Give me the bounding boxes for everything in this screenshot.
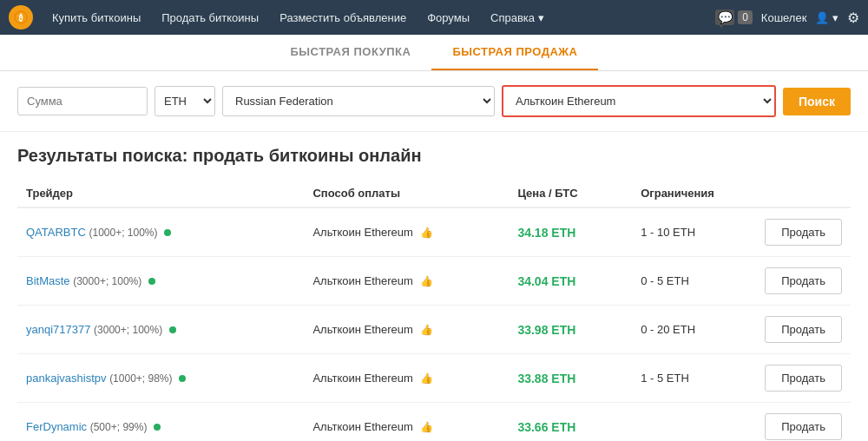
table-row: BitMaste (3000+; 100%) Альткоин Ethereum…	[17, 257, 851, 306]
price-value: 34.18 ETH	[517, 226, 575, 240]
trader-stats: (1000+; 100%)	[89, 227, 157, 239]
country-select[interactable]: Russian Federation United States Germany	[222, 86, 495, 116]
thumbs-up-icon: 👍	[420, 324, 433, 336]
col-header-payment: Способ оплаты	[304, 180, 509, 207]
price-value: 33.98 ETH	[517, 323, 575, 337]
online-indicator	[164, 229, 171, 236]
limits-value: 1 - 5 ETH	[641, 372, 689, 385]
sell-button[interactable]: Продать	[765, 365, 842, 392]
nav-sell-bitcoin[interactable]: Продать биткоины	[153, 6, 267, 30]
payment-method-cell: Альткоин Ethereum 👍	[304, 306, 509, 354]
settings-icon[interactable]: ⚙	[847, 10, 859, 26]
online-indicator	[148, 278, 155, 285]
trader-link[interactable]: FerDynamic	[26, 420, 87, 433]
table-row: FerDynamic (500+; 99%) Альткоин Ethereum…	[17, 403, 851, 442]
limits-cell: 0 - 20 ETH	[632, 306, 756, 354]
sell-button[interactable]: Продать	[765, 413, 842, 440]
trader-link[interactable]: pankajvashistpv	[26, 372, 107, 385]
limits-value: 0 - 5 ETH	[641, 274, 689, 287]
search-row: ETH BTC USD Russian Federation United St…	[17, 85, 851, 117]
limits-cell: 1 - 10 ETH	[632, 207, 756, 257]
amount-input[interactable]	[17, 87, 148, 115]
col-header-price: Цена / БТС	[509, 180, 632, 207]
site-logo: ₿	[9, 5, 33, 30]
wallet-link[interactable]: Кошелек	[761, 11, 807, 24]
action-cell: Продать	[756, 257, 851, 306]
message-count: 0	[738, 10, 753, 24]
top-navigation: ₿ Купить биткоины Продать биткоины Разме…	[0, 0, 868, 35]
price-cell: 34.18 ETH	[509, 207, 632, 257]
payment-method-cell: Альткоин Ethereum 👍	[304, 403, 509, 442]
sell-button[interactable]: Продать	[765, 267, 842, 294]
price-cell: 33.98 ETH	[509, 306, 632, 354]
price-value: 34.04 ETH	[517, 274, 575, 288]
thumbs-up-icon: 👍	[420, 421, 433, 433]
search-area: ETH BTC USD Russian Federation United St…	[0, 71, 868, 132]
trader-link[interactable]: BitMaste	[26, 274, 70, 287]
trader-stats: (3000+; 100%)	[94, 324, 162, 336]
nav-links: Купить биткоины Продать биткоины Размест…	[43, 6, 715, 30]
thumbs-up-icon: 👍	[420, 372, 433, 385]
nav-buy-bitcoin[interactable]: Купить биткоины	[43, 6, 149, 30]
col-header-action	[756, 180, 851, 207]
action-cell: Продать	[756, 306, 851, 354]
thumbs-up-icon: 👍	[420, 227, 433, 239]
table-row: yanqi717377 (3000+; 100%) Альткоин Ether…	[17, 306, 851, 354]
online-indicator	[154, 424, 161, 431]
main-content: БЫСТРАЯ ПОКУПКА БЫСТРАЯ ПРОДАЖА ETH BTC …	[0, 35, 868, 441]
payment-method-cell: Альткоин Ethereum 👍	[304, 354, 509, 403]
currency-select[interactable]: ETH BTC USD	[155, 86, 215, 116]
payment-method-cell: Альткоин Ethereum 👍	[304, 207, 509, 257]
price-cell: 33.66 ETH	[509, 403, 632, 442]
action-cell: Продать	[756, 403, 851, 442]
price-value: 33.88 ETH	[517, 372, 575, 385]
results-section: Результаты поиска: продать биткоины онла…	[0, 132, 868, 441]
results-title: Результаты поиска: продать биткоины онла…	[17, 146, 851, 166]
action-cell: Продать	[756, 207, 851, 257]
table-row: pankajvashistpv (1000+; 98%) Альткоин Et…	[17, 354, 851, 403]
online-indicator	[179, 375, 186, 382]
online-indicator	[169, 326, 176, 333]
trader-stats: (3000+; 100%)	[73, 275, 141, 287]
nav-help[interactable]: Справка ▾	[482, 6, 553, 30]
nav-forums[interactable]: Форумы	[418, 6, 478, 30]
sell-button[interactable]: Продать	[765, 219, 842, 246]
col-header-trader: Трейдер	[17, 180, 304, 207]
trader-link[interactable]: yanqi717377	[26, 323, 90, 336]
payment-method-select[interactable]: Альткоин Ethereum Банковский перевод Pay…	[502, 85, 776, 117]
messages-icon[interactable]: 💬 0	[715, 10, 753, 25]
tab-quick-buy[interactable]: БЫСТРАЯ ПОКУПКА	[270, 35, 432, 70]
offers-table: Трейдер Способ оплаты Цена / БТС Огранич…	[17, 180, 851, 441]
col-header-limits: Ограничения	[632, 180, 756, 207]
nav-post-ad[interactable]: Разместить объявление	[271, 6, 415, 30]
trader-stats: (500+; 99%)	[90, 421, 148, 433]
limits-value: 0 - 20 ETH	[641, 323, 695, 336]
search-button[interactable]: Поиск	[783, 88, 851, 115]
limits-cell: 0 - 5 ETH	[632, 257, 756, 306]
tabs-bar: БЫСТРАЯ ПОКУПКА БЫСТРАЯ ПРОДАЖА	[0, 35, 868, 71]
sell-button[interactable]: Продать	[765, 316, 842, 343]
thumbs-up-icon: 👍	[420, 275, 433, 287]
table-row: QATARBTC (1000+; 100%) Альткоин Ethereum…	[17, 207, 851, 257]
tab-quick-sell[interactable]: БЫСТРАЯ ПРОДАЖА	[431, 35, 598, 70]
user-menu[interactable]: 👤 ▾	[815, 11, 838, 24]
nav-right: 💬 0 Кошелек 👤 ▾ ⚙	[715, 10, 859, 26]
trader-link[interactable]: QATARBTC	[26, 226, 86, 239]
action-cell: Продать	[756, 354, 851, 403]
price-cell: 33.88 ETH	[509, 354, 632, 403]
price-value: 33.66 ETH	[517, 420, 575, 434]
payment-method-cell: Альткоин Ethereum 👍	[304, 257, 509, 306]
limits-cell: 1 - 5 ETH	[632, 354, 756, 403]
price-cell: 34.04 ETH	[509, 257, 632, 306]
limits-value: 1 - 10 ETH	[641, 226, 695, 239]
trader-stats: (1000+; 98%)	[109, 372, 172, 385]
limits-cell	[632, 403, 756, 442]
